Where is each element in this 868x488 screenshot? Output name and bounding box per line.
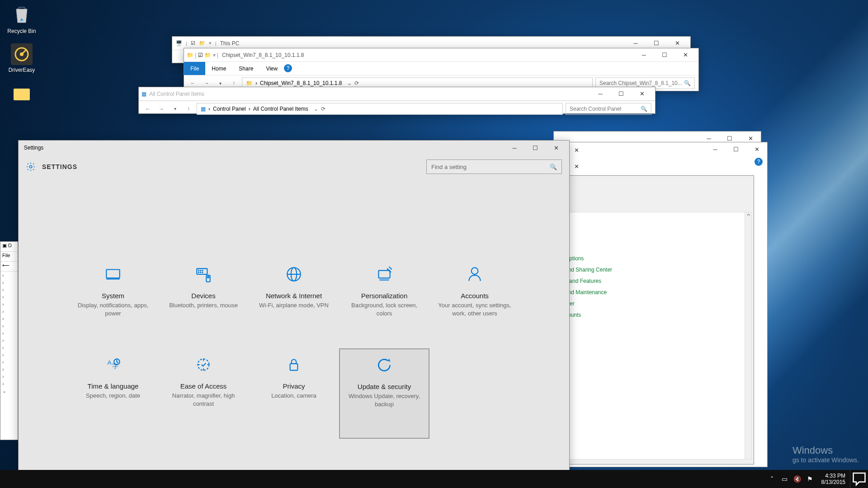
tab-share[interactable]: Share [232,62,259,75]
scrollbar[interactable]: ⌃ [745,212,752,460]
help-icon[interactable]: ? [755,158,763,166]
close-button[interactable]: ✕ [746,142,767,156]
gear-icon [26,162,36,172]
menu-file[interactable]: File [0,252,18,262]
monitor-icon: 🖥️ [176,40,182,46]
maximize-button[interactable]: ☐ [611,87,632,101]
window-settings[interactable]: Settings ─ ☐ ✕ SETTINGS Find a setting 🔍… [18,140,570,483]
svg-point-3 [29,165,32,168]
window-explorer-chipset[interactable]: 📁 | ☑ 📁 ▾ | Chipset_Win7_8_8.1_10_10.1.1… [184,48,699,91]
desktop-icon-drivereasy[interactable]: DriverEasy [5,43,39,73]
window-control-panel[interactable]: ▦ All Control Panel Items ─ ☐ ✕ ← → ▾ ↑ … [138,87,656,114]
search-icon: 🔍 [550,164,557,170]
close-button[interactable]: ✕ [568,145,585,155]
cp-link[interactable]: s and Features [565,276,612,287]
close-button[interactable]: ✕ [632,87,652,101]
refresh-icon[interactable]: ⟳ [354,80,359,86]
tab-home[interactable]: Home [205,62,232,75]
dropdown-icon[interactable]: ⌄ [347,80,352,86]
tray-chevron-up-icon[interactable]: ˄ [768,475,776,483]
minimize-button[interactable]: ─ [590,87,611,101]
settings-tile-privacy[interactable]: PrivacyLocation, camera [249,348,339,439]
settings-tile-time-language[interactable]: A字Time & languageSpeech, region, date [68,348,158,439]
settings-tile-system[interactable]: SystemDisplay, notifications, apps, powe… [68,258,158,348]
tile-icon [284,355,303,374]
chevron-up-icon[interactable]: ⌃ [745,212,751,221]
dropdown-icon[interactable]: ⌄ [314,106,318,112]
search-input[interactable]: Search Control Panel 🔍 [566,103,651,115]
svg-point-9 [202,270,203,271]
close-button[interactable]: ✕ [568,161,585,172]
window-title: Settings [24,145,43,151]
settings-tile-personalization[interactable]: PersonalizationBackground, lock screen, … [339,258,429,348]
maximize-button[interactable]: ☐ [525,141,546,155]
cp-link[interactable]: and Sharing Center [565,264,612,276]
tray-volume-icon[interactable]: 🔇 [793,475,802,483]
checkbox-icon[interactable]: ☑ [198,52,203,58]
nav-up[interactable]: ↑ [183,103,194,114]
checkbox-icon[interactable]: ☑ [191,40,195,46]
tile-icon [194,265,213,284]
minimize-button[interactable]: ─ [504,141,525,155]
close-button[interactable]: ✕ [546,141,566,155]
folder-small-icon: 📁 [246,80,253,86]
breadcrumb[interactable]: Control Panel [213,106,246,112]
svg-text:A: A [107,359,112,366]
cp-link[interactable]: Options [565,253,612,264]
control-panel-icon: ▦ [201,106,206,112]
tile-title: Network & Internet [266,292,322,300]
nav-forward[interactable]: → [156,103,167,114]
page-title: SETTINGS [42,163,77,170]
tray-flag-icon[interactable]: ⚑ [806,475,814,483]
tile-subtitle: Speech, region, date [86,392,140,400]
breadcrumb[interactable]: Chipset_Win7_8_8.1_10_10.1.1.8 [260,80,342,86]
settings-tile-update-security[interactable]: Update & securityWindows Update, recover… [339,348,429,439]
tree-view[interactable]: ››››››››››››››››⌄ [0,272,18,396]
minimize-button[interactable]: ─ [705,142,726,156]
action-center-button[interactable] [850,470,868,488]
search-input[interactable]: Find a setting 🔍 [426,160,562,174]
tile-title: Ease of Access [180,382,227,390]
maximize-button[interactable]: ☐ [654,48,675,62]
tile-title: Personalization [361,292,408,300]
app-icon: ▣ [2,243,7,248]
tile-icon [465,265,484,284]
tab-view[interactable]: View [259,62,284,75]
folder-small-icon[interactable]: 📁 [199,40,205,46]
refresh-icon[interactable]: ⟳ [321,106,326,112]
control-panel-items-partial: Options and Sharing Center s and Feature… [565,253,612,321]
svg-point-19 [472,267,478,274]
settings-tile-ease-of-access[interactable]: Ease of AccessNarrator, magnifier, high … [158,348,249,439]
help-icon[interactable]: ? [284,64,292,72]
tray-network-icon[interactable]: ▭ [781,475,789,483]
desktop-icon-folder[interactable] [5,82,39,102]
system-tray: ˄ ▭ 🔇 ⚑ [765,475,817,483]
maximize-button[interactable]: ☐ [726,142,746,156]
settings-tile-network-internet[interactable]: Network & InternetWi-Fi, airplane mode, … [249,258,339,348]
cp-link[interactable]: counts [565,310,612,321]
breadcrumb[interactable]: All Control Panel Items [253,106,308,112]
window-partial-left[interactable]: ▣ D File ⟵ ››››››››››››››››⌄ [0,241,18,440]
cp-link[interactable]: and Maintenance [565,287,612,298]
nav-back[interactable]: ⟵ [0,262,18,272]
activate-windows-watermark: Windows gs to activate Windows. [793,445,859,464]
taskbar-clock[interactable]: 4:33 PM 8/13/2015 [817,473,850,486]
nav-recent[interactable]: ▾ [170,103,180,114]
tile-title: Time & language [88,382,139,390]
minimize-button[interactable]: ─ [633,48,654,62]
close-button[interactable]: ✕ [675,48,696,62]
icon-label: DriverEasy [5,67,39,73]
taskbar[interactable]: ˄ ▭ 🔇 ⚑ 4:33 PM 8/13/2015 [0,470,868,488]
tile-icon [194,355,213,374]
settings-tile-devices[interactable]: DevicesBluetooth, printers, mouse [158,258,249,348]
tile-title: System [102,292,124,300]
cp-link[interactable]: nter [565,298,612,310]
address-bar[interactable]: ▦ › Control Panel › All Control Panel It… [197,103,563,115]
svg-line-2 [22,50,26,54]
nav-back[interactable]: ← [142,103,153,114]
desktop-icon-recycle-bin[interactable]: Recycle Bin [5,5,39,34]
settings-tile-accounts[interactable]: AccountsYour account, sync settings, wor… [429,258,520,348]
tile-title: Update & security [358,383,411,390]
folder-small-icon[interactable]: 📁 [204,52,211,58]
tab-file[interactable]: File [184,62,205,75]
